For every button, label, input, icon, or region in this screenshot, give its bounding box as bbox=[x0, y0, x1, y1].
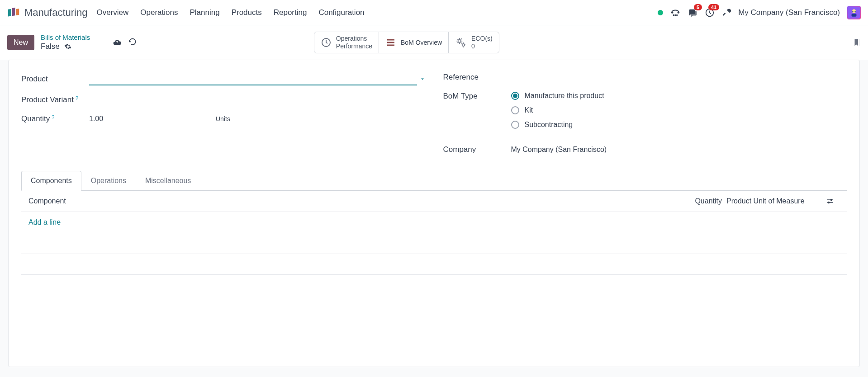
label-bom-type: BoM Type bbox=[443, 92, 511, 101]
app-title: Manufacturing bbox=[24, 7, 87, 19]
product-dropdown-caret-icon[interactable] bbox=[420, 76, 425, 82]
topnav-right: 5 41 My Company (San Francisco) bbox=[658, 6, 861, 19]
stat-buttons: Operations Performance BoM Overview ECO(… bbox=[314, 32, 499, 53]
table-row bbox=[21, 254, 847, 275]
svg-rect-13 bbox=[854, 10, 856, 11]
nav-reporting[interactable]: Reporting bbox=[274, 8, 307, 17]
help-icon[interactable]: ? bbox=[76, 95, 78, 101]
nav-menu: Overview Operations Planning Products Re… bbox=[96, 8, 364, 17]
add-line-link[interactable]: Add a line bbox=[28, 218, 61, 226]
quantity-input[interactable]: 1.00 bbox=[89, 115, 216, 123]
radio-manufacture[interactable]: Manufacture this product bbox=[511, 92, 604, 100]
label-product-variant: Product Variant? bbox=[21, 95, 89, 104]
svg-rect-0 bbox=[8, 9, 11, 16]
discard-icon[interactable] bbox=[128, 38, 137, 47]
svg-point-7 bbox=[677, 14, 678, 15]
radio-unchecked-icon bbox=[511, 121, 519, 129]
table-row bbox=[21, 233, 847, 254]
label-quantity: Quantity? bbox=[21, 114, 89, 123]
status-dot-icon bbox=[658, 10, 663, 15]
gear-icon[interactable] bbox=[64, 43, 71, 50]
app-brand[interactable]: Manufacturing bbox=[7, 6, 87, 19]
form-right-column: Reference BoM Type Manufacture this prod… bbox=[443, 73, 847, 154]
radio-subcontracting[interactable]: Subcontracting bbox=[511, 121, 604, 129]
breadcrumb-area: Bills of Materials False bbox=[41, 33, 90, 51]
messages-icon[interactable]: 5 bbox=[688, 8, 697, 18]
nav-operations[interactable]: Operations bbox=[140, 8, 178, 17]
messages-badge: 5 bbox=[694, 4, 702, 10]
save-discard bbox=[113, 38, 137, 47]
tab-components[interactable]: Components bbox=[21, 171, 81, 191]
th-quantity: Quantity bbox=[681, 197, 722, 205]
stat-bom-label: BoM Overview bbox=[401, 39, 442, 46]
clock-icon bbox=[321, 37, 332, 48]
new-button[interactable]: New bbox=[7, 35, 34, 50]
list-icon bbox=[385, 37, 396, 48]
svg-rect-4 bbox=[678, 12, 679, 13]
stat-ops-line2: Performance bbox=[336, 42, 372, 50]
top-nav: Manufacturing Overview Operations Planni… bbox=[0, 0, 868, 25]
tab-operations[interactable]: Operations bbox=[81, 171, 136, 191]
column-settings-icon[interactable] bbox=[826, 197, 840, 205]
svg-rect-11 bbox=[852, 14, 857, 16]
svg-point-18 bbox=[828, 202, 830, 203]
product-input[interactable] bbox=[89, 73, 417, 85]
bom-type-radio-group: Manufacture this product Kit Subcontract… bbox=[511, 92, 604, 129]
th-uom: Product Unit of Measure bbox=[726, 197, 826, 205]
svg-point-6 bbox=[675, 14, 676, 15]
quantity-uom[interactable]: Units bbox=[216, 115, 230, 123]
voip-icon[interactable] bbox=[670, 8, 680, 18]
stat-ops-line1: Operations bbox=[336, 35, 372, 42]
company-value[interactable]: My Company (San Francisco) bbox=[511, 146, 847, 154]
svg-rect-12 bbox=[852, 10, 854, 11]
label-company: Company bbox=[443, 145, 511, 154]
components-table-header: Component Quantity Product Unit of Measu… bbox=[21, 191, 847, 212]
table-row: Add a line bbox=[21, 212, 847, 233]
gears-icon bbox=[455, 37, 467, 48]
user-avatar[interactable] bbox=[847, 6, 861, 19]
nav-configuration[interactable]: Configuration bbox=[318, 8, 364, 17]
app-logo-icon bbox=[7, 6, 20, 19]
svg-rect-3 bbox=[672, 12, 673, 13]
form-left-column: Product Product Variant? Quantity? 1.00 bbox=[21, 73, 425, 154]
label-product: Product bbox=[21, 75, 89, 84]
nav-planning[interactable]: Planning bbox=[190, 8, 219, 17]
help-icon[interactable]: ? bbox=[52, 114, 54, 120]
radio-kit[interactable]: Kit bbox=[511, 106, 604, 114]
activities-badge: 41 bbox=[708, 4, 719, 10]
control-bar: New Bills of Materials False Operations … bbox=[0, 25, 868, 60]
bookmark-icon[interactable] bbox=[853, 38, 861, 47]
svg-point-17 bbox=[831, 199, 832, 200]
breadcrumb-link[interactable]: Bills of Materials bbox=[41, 33, 90, 41]
radio-checked-icon bbox=[511, 92, 519, 100]
tools-icon[interactable] bbox=[722, 8, 731, 17]
label-reference: Reference bbox=[443, 73, 511, 82]
tab-miscellaneous[interactable]: Miscellaneous bbox=[136, 171, 200, 191]
record-name: False bbox=[41, 42, 60, 51]
nav-products[interactable]: Products bbox=[232, 8, 262, 17]
svg-point-5 bbox=[674, 14, 674, 15]
nav-overview[interactable]: Overview bbox=[96, 8, 128, 17]
stat-eco-line2: 0 bbox=[471, 42, 493, 50]
stat-eco-line1: ECO(s) bbox=[471, 35, 493, 42]
stat-ecos[interactable]: ECO(s) 0 bbox=[449, 32, 499, 53]
svg-rect-1 bbox=[12, 7, 15, 15]
stat-operations-performance[interactable]: Operations Performance bbox=[314, 32, 379, 53]
stat-bom-overview[interactable]: BoM Overview bbox=[379, 32, 449, 53]
svg-rect-2 bbox=[16, 9, 19, 15]
radio-unchecked-icon bbox=[511, 106, 519, 114]
company-selector[interactable]: My Company (San Francisco) bbox=[738, 8, 840, 17]
svg-point-15 bbox=[458, 39, 461, 42]
cloud-save-icon[interactable] bbox=[113, 38, 122, 47]
form-sheet: Product Product Variant? Quantity? 1.00 bbox=[8, 60, 860, 367]
th-component: Component bbox=[28, 197, 681, 205]
form-tabs: Components Operations Miscellaneous bbox=[21, 170, 847, 191]
activities-icon[interactable]: 41 bbox=[705, 8, 715, 18]
svg-point-16 bbox=[462, 44, 465, 46]
